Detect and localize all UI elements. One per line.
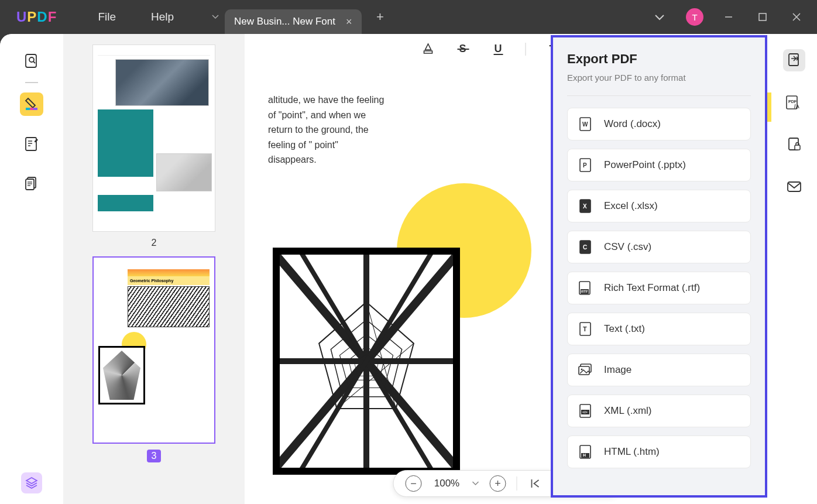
export-csv[interactable]: C CSV (.csv) [567,231,751,263]
export-word[interactable]: W Word (.docx) [567,108,751,140]
thumbnail-panel: 2 Geometric Philosophy 3 [63,34,245,504]
export-title: Export PDF [567,52,751,67]
svg-text:/A: /A [794,104,800,109]
tool-divider [25,82,38,83]
svg-text:PDF: PDF [788,100,797,104]
svg-rect-45 [788,182,801,191]
tab-add-button[interactable]: + [370,6,391,28]
svg-text:RTF: RTF [581,290,588,293]
svg-line-4 [33,61,35,63]
menu-help[interactable]: Help [151,11,174,23]
tab-close-button[interactable]: × [346,16,352,28]
export-powerpoint[interactable]: P PowerPoint (.pptx) [567,149,751,181]
export-format-list: W Word (.docx) P PowerPoint (.pptx) X Ex… [567,108,751,468]
html-icon: H [578,445,592,459]
svg-text:H: H [583,453,586,457]
thumbnail-page-3[interactable]: Geometric Philosophy [92,256,215,444]
organize-tool[interactable] [20,172,43,196]
svg-rect-44 [795,145,800,150]
export-rtf[interactable]: RTF Rich Text Format (.rtf) [567,272,751,304]
svg-rect-7 [33,108,37,110]
left-toolbar [0,34,63,504]
zoom-in-button[interactable]: + [490,475,506,492]
share-button[interactable] [783,176,805,198]
image-icon [578,363,592,377]
export-xml[interactable]: </> XML (.xml) [567,395,751,427]
menu-file[interactable]: File [98,11,116,23]
main-menu: File Help [98,11,174,23]
thumbnail-page-2[interactable] [92,44,215,232]
zoom-out-button[interactable]: − [406,475,422,492]
export-excel[interactable]: X Excel (.xlsx) [567,190,751,222]
minimize-button[interactable] [725,13,737,21]
tab-title: New Busin... New Font [234,16,335,28]
powerpoint-icon: P [578,158,592,172]
right-toolbar: PDF/A [771,34,817,504]
svg-point-61 [581,369,583,371]
svg-text:W: W [582,121,588,128]
text-icon: T [578,322,592,336]
zoom-dropdown-icon[interactable] [472,481,479,486]
svg-text:</>: </> [582,410,588,414]
user-avatar[interactable]: T [686,8,703,26]
svg-rect-2 [26,54,36,67]
export-image[interactable]: Image [567,354,751,386]
svg-rect-8 [26,138,36,150]
close-button[interactable] [792,13,805,21]
export-subtitle: Export your PDF to any format [567,73,751,83]
strikethrough-tool-icon[interactable]: S [455,41,472,57]
window-controls: T [654,8,805,26]
export-panel: Export PDF Export your PDF to any format… [551,35,767,498]
export-html[interactable]: H HTML (.htm) [567,436,751,468]
pdfa-button[interactable]: PDF/A [783,91,805,114]
tab-bar: New Busin... New Font × + [206,0,390,34]
thumbnail-number-selected: 3 [147,450,162,462]
svg-text:P: P [583,162,587,169]
layers-button[interactable] [21,472,42,493]
reader-tool[interactable] [20,49,43,73]
document-body-text: altitude, we have the feeling of "point"… [268,92,385,167]
svg-text:T: T [583,325,587,332]
svg-text:U: U [495,43,502,54]
excel-icon: X [578,199,592,213]
highlight-tool-icon[interactable] [420,41,437,57]
maximize-button[interactable] [758,13,771,21]
export-button[interactable] [783,49,805,71]
xml-icon: </> [578,404,592,418]
tab-list-dropdown[interactable] [206,5,225,29]
svg-point-3 [29,57,34,62]
export-txt[interactable]: T Text (.txt) [567,313,751,345]
csv-icon: C [578,240,592,254]
protect-button[interactable] [783,133,805,156]
geometric-image [273,248,460,475]
svg-rect-13 [26,179,34,190]
svg-text:C: C [583,244,587,251]
comment-tool[interactable] [20,92,43,116]
zoom-percent[interactable]: 100% [432,478,462,489]
titlebar: UPDF File Help New Busin... New Font × +… [0,0,817,34]
svg-text:X: X [583,203,587,210]
edit-tool[interactable] [20,132,43,156]
svg-rect-1 [759,13,766,20]
svg-rect-6 [26,108,30,110]
thumbnail-number: 2 [152,238,157,248]
toolbar-separator [526,43,526,56]
tab-active[interactable]: New Busin... New Font × [225,9,361,34]
word-icon: W [578,117,592,131]
underline-tool-icon[interactable]: U [490,41,507,57]
rtf-icon: RTF [578,281,592,295]
chevron-down-icon[interactable] [654,14,665,20]
first-page-button[interactable] [528,475,544,492]
app-logo: UPDF [16,9,57,25]
